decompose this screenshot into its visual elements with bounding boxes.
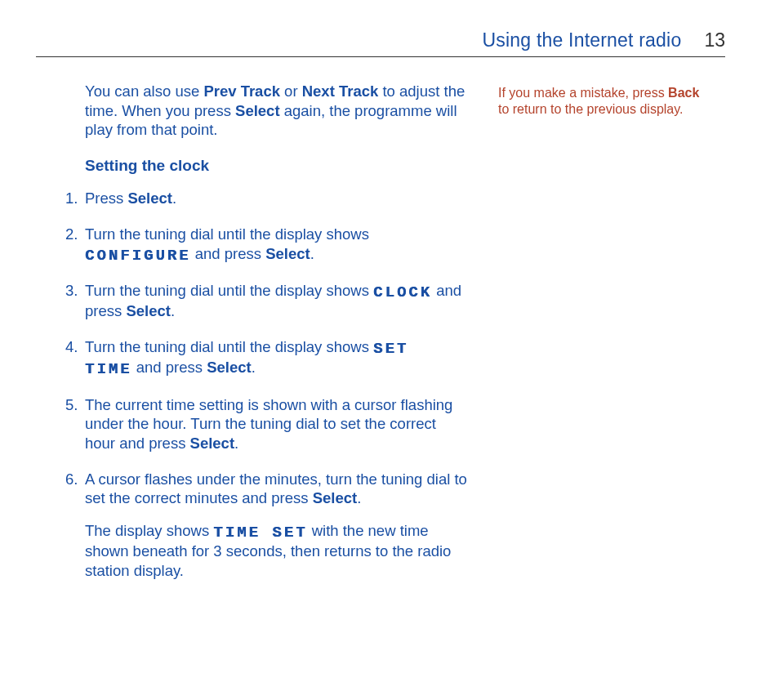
page-header: Using the Internet radio 13 [36,29,725,57]
step-4-c: . [252,359,256,376]
prev-track-label: Prev Track [203,82,280,100]
steps-list: Press Select. Turn the tuning dial until… [65,189,467,508]
intro-paragraph: You can also use Prev Track or Next Trac… [85,82,467,140]
step-3-a: Turn the tuning dial until the display s… [85,282,373,299]
select-label: Select [265,245,310,262]
header-page-number: 13 [704,29,725,51]
lcd-clock: CLOCK [373,283,432,301]
select-label: Select [127,189,172,207]
step-2-b: and press [191,245,266,262]
intro-text-b: or [280,82,302,100]
header-title: Using the Internet radio [483,29,682,51]
step-6: A cursor flashes under the minutes, turn… [65,470,467,508]
intro-text-a: You can also use [85,82,203,100]
manual-page: Using the Internet radio 13 You can also… [0,0,784,700]
step-1-a: Press [85,189,127,207]
step-2-c: . [310,245,314,262]
back-label: Back [668,86,699,100]
next-track-label: Next Track [302,82,379,100]
select-label: Select [313,489,358,506]
step-4: Turn the tuning dial until the display s… [65,337,467,379]
select-label: Select [190,435,235,452]
step-6-a: A cursor flashes under the minutes, turn… [85,470,467,507]
step-3-c: . [171,302,175,319]
select-label: Select [235,102,280,119]
sidenote-a: If you make a mistake, press [498,86,668,100]
step-2-a: Turn the tuning dial until the display s… [85,225,369,243]
select-label: Select [126,302,171,319]
step-4-b: and press [132,359,207,376]
outro-a: The display shows [85,522,213,539]
step-3: Turn the tuning dial until the display s… [65,281,467,321]
step-5-a: The current time setting is shown with a… [85,396,452,452]
step-1-b: . [172,189,176,207]
side-column: If you make a mistake, press Back to ret… [490,82,710,597]
step-4-a: Turn the tuning dial until the display s… [85,338,373,355]
sidenote: If you make a mistake, press Back to ret… [498,85,710,118]
step-1: Press Select. [65,189,467,208]
main-column: You can also use Prev Track or Next Trac… [36,82,490,597]
step-5: The current time setting is shown with a… [65,395,467,453]
lcd-configure: CONFIGURE [85,247,191,265]
content-columns: You can also use Prev Track or Next Trac… [36,82,725,597]
step-5-b: . [234,435,238,452]
step-6-b: . [357,489,361,506]
select-label: Select [207,359,252,376]
step-2: Turn the tuning dial until the display s… [65,225,467,265]
lcd-time-set: TIME SET [213,524,307,542]
setting-clock-heading: Setting the clock [85,156,467,176]
sidenote-b: to return to the previous display. [498,102,684,116]
outro-paragraph: The display shows TIME SET with the new … [65,521,467,581]
